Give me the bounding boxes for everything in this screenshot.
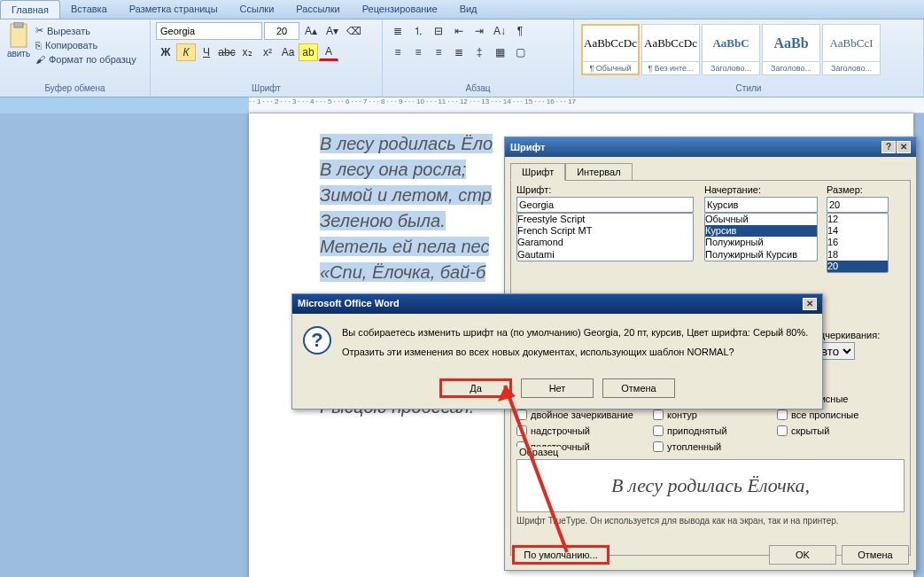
subscript-icon[interactable]: x₂ xyxy=(237,43,257,61)
ok-button[interactable]: OK xyxy=(769,545,836,565)
truetype-hint: Шрифт TrueType. Он используется для выво… xyxy=(516,516,839,526)
highlight-icon[interactable]: ab xyxy=(299,43,318,61)
ribbon: авить ✂Вырезать ⎘Копировать 🖌Формат по о… xyxy=(0,19,924,97)
font-size-select[interactable] xyxy=(264,22,299,40)
tab-insert[interactable]: Вставка xyxy=(60,0,119,19)
copy-button[interactable]: ⎘Копировать xyxy=(34,39,138,51)
style-h2[interactable]: AaBbЗаголово... xyxy=(762,24,820,75)
borders-icon[interactable]: ▢ xyxy=(510,43,530,61)
tab-home[interactable]: Главная xyxy=(0,0,60,19)
font-size-input[interactable] xyxy=(827,197,889,213)
confirm-title: Microsoft Office Word✕ xyxy=(292,294,822,314)
sort-icon[interactable]: A↓ xyxy=(490,22,509,40)
tab-spacing[interactable]: Интервал xyxy=(565,163,632,181)
confirm-dialog: Microsoft Office Word✕ ? Вы собираетесь … xyxy=(291,293,823,409)
font-family-select[interactable] xyxy=(156,22,262,40)
line-spacing-icon[interactable]: ‡ xyxy=(470,43,489,61)
font-name-input[interactable] xyxy=(516,197,694,213)
font-style-input[interactable] xyxy=(704,197,818,213)
group-styles-label: Стили xyxy=(574,83,923,96)
multilevel-icon[interactable]: ⊟ xyxy=(429,22,448,40)
cancel-button[interactable]: Отмена xyxy=(602,378,675,398)
sample-label: Образец xyxy=(516,447,561,457)
chk-strike[interactable] xyxy=(516,409,527,420)
paste-icon xyxy=(7,22,30,49)
tab-references[interactable]: Ссылки xyxy=(229,0,286,19)
align-right-icon[interactable]: ≡ xyxy=(429,43,448,61)
pilcrow-icon[interactable]: ¶ xyxy=(510,22,530,40)
ruler[interactable]: · · 1 · · · 2 · · · 3 · · · 4 · · · 5 · … xyxy=(249,97,924,113)
tab-layout[interactable]: Разметка страницы xyxy=(119,0,229,19)
size-list[interactable]: 1214161820 xyxy=(827,213,889,273)
clear-format-icon[interactable]: ⌫ xyxy=(344,22,363,40)
style-h1[interactable]: AaBbCЗаголово... xyxy=(702,24,760,75)
font-color-icon[interactable]: A xyxy=(319,43,338,61)
chk-emboss[interactable] xyxy=(653,425,664,436)
chk-allcaps[interactable] xyxy=(777,409,788,420)
style-nospacing[interactable]: AaBbCcDc¶ Без инте... xyxy=(641,24,700,75)
ribbon-tabs: Главная Вставка Разметка страницы Ссылки… xyxy=(0,0,924,19)
close-icon[interactable]: ✕ xyxy=(897,141,911,153)
default-button[interactable]: По умолчанию... xyxy=(512,545,610,565)
shading-icon[interactable]: ▦ xyxy=(490,43,509,61)
group-font-label: Шрифт xyxy=(151,83,382,96)
group-paragraph-label: Абзац xyxy=(383,83,573,96)
chk-engrave[interactable] xyxy=(653,441,664,452)
underline-icon[interactable]: Ч xyxy=(197,43,216,61)
font-dialog-title: Шрифт ?✕ xyxy=(505,137,916,157)
font-label: Шрифт: xyxy=(516,184,694,195)
confirm-text-1: Вы собираетесь изменить шрифт на (по умо… xyxy=(342,326,808,339)
cancel-button[interactable]: Отмена xyxy=(842,545,909,565)
numbering-icon[interactable]: ⒈ xyxy=(408,22,428,40)
style-normal[interactable]: AaBbCcDc¶ Обычный xyxy=(581,24,640,75)
tab-view[interactable]: Вид xyxy=(449,0,489,19)
yes-button[interactable]: Да xyxy=(439,378,512,398)
font-list[interactable]: Freestyle ScriptFrench Script MTGaramond… xyxy=(516,213,694,261)
chk-super[interactable] xyxy=(516,425,527,436)
svg-rect-1 xyxy=(14,22,23,27)
chk-outline[interactable] xyxy=(653,409,664,420)
confirm-text-2: Отразить эти изменения во всех новых док… xyxy=(342,346,808,358)
change-case-icon[interactable]: Aa xyxy=(278,43,298,61)
indent-icon[interactable]: ⇥ xyxy=(470,22,489,40)
close-icon[interactable]: ✕ xyxy=(803,298,817,310)
align-center-icon[interactable]: ≡ xyxy=(408,43,428,61)
align-left-icon[interactable]: ≡ xyxy=(388,43,408,61)
help-icon[interactable]: ? xyxy=(881,141,896,153)
italic-icon[interactable]: К xyxy=(176,43,196,61)
style-list[interactable]: ОбычныйКурсивПолужирныйПолужирный Курсив xyxy=(704,213,818,261)
shrink-font-icon[interactable]: A▾ xyxy=(322,22,342,40)
strike-icon[interactable]: abc xyxy=(217,43,237,61)
cut-button[interactable]: ✂Вырезать xyxy=(34,24,138,37)
style-label: Начертание: xyxy=(704,184,818,195)
bold-icon[interactable]: Ж xyxy=(156,43,175,61)
group-clipboard-label: Буфер обмена xyxy=(0,83,150,96)
no-button[interactable]: Нет xyxy=(521,378,594,398)
tab-review[interactable]: Рецензирование xyxy=(352,0,449,19)
tab-font[interactable]: Шрифт xyxy=(510,163,565,181)
sample-preview: В лесу родилась Ёлочка, xyxy=(516,459,905,512)
grow-font-icon[interactable]: A▴ xyxy=(301,22,321,40)
tab-mailings[interactable]: Рассылки xyxy=(285,0,351,19)
chk-hidden[interactable] xyxy=(777,425,788,436)
size-label: Размер: xyxy=(827,184,889,195)
style-h3[interactable]: AaBbCcIЗаголово... xyxy=(822,24,881,75)
justify-icon[interactable]: ≣ xyxy=(449,43,469,61)
bullets-icon[interactable]: ≣ xyxy=(388,22,408,40)
format-painter-button[interactable]: 🖌Формат по образцу xyxy=(34,53,138,66)
superscript-icon[interactable]: x² xyxy=(258,43,277,61)
dedent-icon[interactable]: ⇤ xyxy=(449,22,469,40)
question-icon: ? xyxy=(303,326,331,355)
